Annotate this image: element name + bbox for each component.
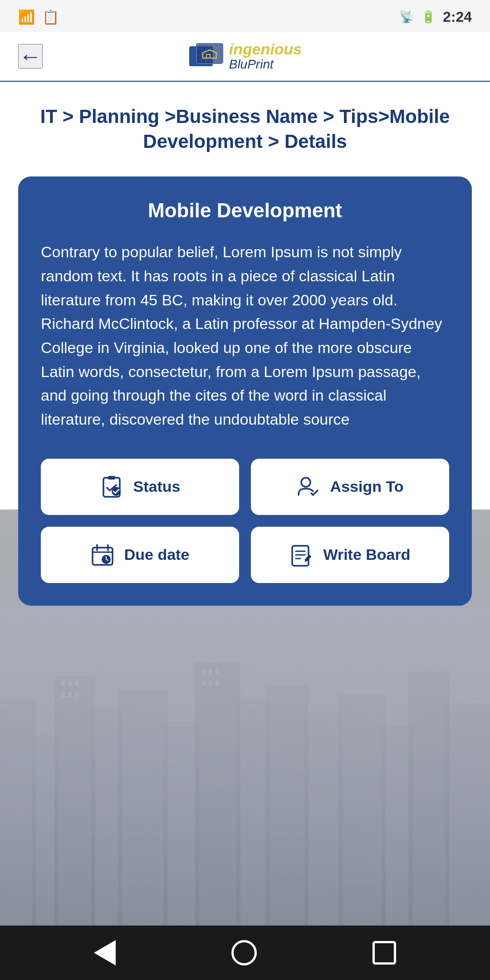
status-label: Status bbox=[133, 478, 181, 495]
due-date-label: Due date bbox=[124, 546, 190, 564]
svg-rect-9 bbox=[265, 685, 309, 926]
logo-ingenious: ingenious bbox=[229, 41, 302, 58]
nav-bar: ← ingenious BluPrint bbox=[0, 32, 490, 82]
bottom-nav bbox=[0, 926, 490, 980]
svg-rect-21 bbox=[202, 669, 206, 675]
status-bar-left: 📶 📋 bbox=[18, 9, 59, 25]
status-bar: 📶 📋 📡 🔋 2:24 bbox=[0, 0, 490, 32]
user-check-icon bbox=[297, 475, 320, 499]
logo-text: ingenious BluPrint bbox=[229, 41, 302, 72]
main-content: IT > Planning >Business Name > Tips>Mobi… bbox=[0, 82, 490, 624]
nav-home-button[interactable] bbox=[231, 940, 257, 965]
calendar-clock-icon bbox=[91, 543, 114, 567]
svg-rect-17 bbox=[75, 681, 78, 686]
status-bar-right: 📡 🔋 2:24 bbox=[399, 9, 472, 25]
nav-back-button[interactable] bbox=[94, 940, 116, 965]
write-board-button[interactable]: Write Board bbox=[251, 527, 449, 583]
svg-rect-15 bbox=[61, 681, 65, 686]
svg-rect-11 bbox=[338, 694, 386, 926]
logo: ingenious BluPrint bbox=[188, 41, 302, 72]
nav-recent-button[interactable] bbox=[372, 941, 396, 965]
svg-rect-1 bbox=[0, 699, 36, 926]
svg-rect-46 bbox=[292, 546, 309, 566]
logo-icon bbox=[188, 43, 225, 70]
svg-rect-22 bbox=[209, 669, 212, 675]
svg-rect-10 bbox=[304, 712, 343, 926]
svg-rect-19 bbox=[68, 692, 72, 697]
logo-blueprint: BluPrint bbox=[229, 58, 302, 72]
assign-to-label: Assign To bbox=[330, 478, 404, 495]
svg-rect-13 bbox=[408, 671, 449, 926]
svg-point-40 bbox=[301, 478, 310, 487]
clipboard-check-icon bbox=[100, 475, 123, 499]
svg-rect-8 bbox=[236, 699, 270, 926]
card-title: Mobile Development bbox=[41, 199, 449, 222]
nav-back-icon bbox=[94, 940, 116, 965]
breadcrumb: IT > Planning >Business Name > Tips>Mobi… bbox=[18, 104, 472, 154]
time-display: 2:24 bbox=[443, 9, 472, 25]
edit-document-icon bbox=[289, 543, 313, 567]
svg-rect-25 bbox=[209, 681, 212, 686]
svg-rect-4 bbox=[91, 708, 122, 926]
svg-rect-20 bbox=[75, 692, 78, 697]
clipboard-icon: 📋 bbox=[42, 9, 59, 25]
sim-icon: 📶 bbox=[18, 9, 35, 25]
svg-rect-24 bbox=[202, 681, 206, 686]
svg-rect-12 bbox=[381, 726, 413, 926]
nav-recent-icon bbox=[372, 941, 396, 965]
assign-to-button[interactable]: Assign To bbox=[251, 459, 449, 515]
back-button[interactable]: ← bbox=[18, 44, 43, 69]
svg-rect-5 bbox=[118, 690, 168, 926]
svg-rect-6 bbox=[163, 721, 200, 926]
action-buttons: Status Assign To bbox=[41, 459, 449, 583]
due-date-button[interactable]: Due date bbox=[41, 527, 239, 583]
svg-rect-28 bbox=[196, 44, 223, 64]
write-board-label: Write Board bbox=[323, 546, 410, 564]
card-body: Contrary to popular belief, Lorem Ipsum … bbox=[41, 240, 449, 431]
svg-rect-18 bbox=[61, 692, 65, 697]
detail-card: Mobile Development Contrary to popular b… bbox=[18, 176, 472, 606]
status-button[interactable]: Status bbox=[41, 459, 239, 515]
nav-home-icon bbox=[231, 940, 257, 965]
signal-icon: 📡 bbox=[399, 10, 414, 24]
svg-rect-38 bbox=[108, 476, 115, 480]
svg-rect-7 bbox=[195, 662, 240, 926]
svg-rect-14 bbox=[445, 703, 490, 926]
svg-rect-16 bbox=[68, 681, 72, 686]
svg-rect-23 bbox=[216, 669, 219, 675]
battery-icon: 🔋 bbox=[421, 10, 436, 24]
svg-rect-26 bbox=[216, 681, 219, 686]
svg-rect-3 bbox=[54, 676, 95, 926]
